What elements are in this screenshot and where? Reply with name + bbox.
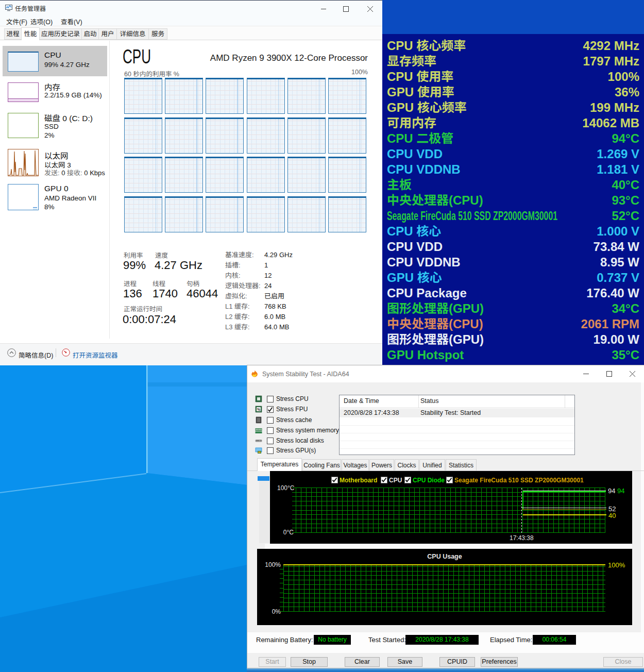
svg-text:%: % — [257, 408, 261, 411]
